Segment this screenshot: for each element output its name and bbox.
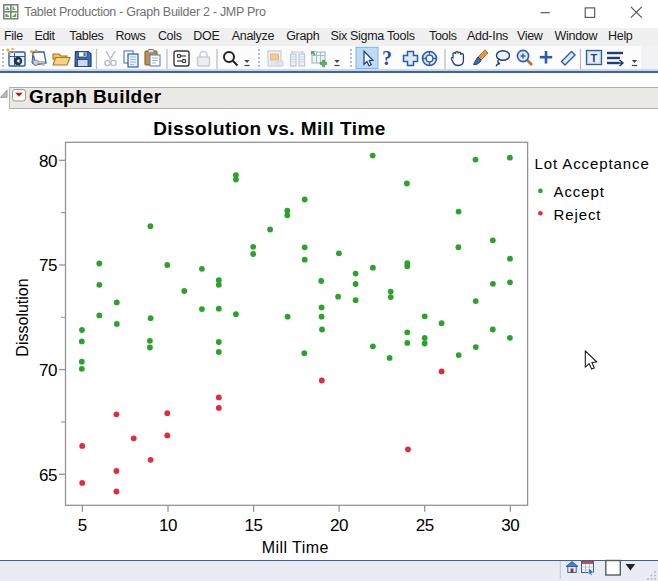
svg-text:5: 5 xyxy=(78,516,87,535)
svg-text:65: 65 xyxy=(39,466,57,485)
svg-text:70: 70 xyxy=(39,361,57,380)
svg-text:30: 30 xyxy=(501,516,519,535)
svg-text:?: ? xyxy=(382,47,392,69)
svg-text:Reject: Reject xyxy=(554,206,602,223)
svg-text:80: 80 xyxy=(39,152,57,171)
svg-text:75: 75 xyxy=(39,256,57,275)
svg-text:20: 20 xyxy=(330,516,348,535)
svg-text:Dissolution: Dissolution xyxy=(14,278,31,356)
svg-text:Accept: Accept xyxy=(554,183,605,200)
svg-text:25: 25 xyxy=(416,516,434,535)
svg-text:Mill Time: Mill Time xyxy=(262,539,329,556)
svg-text:Lot Acceptance: Lot Acceptance xyxy=(535,155,650,172)
svg-text:10: 10 xyxy=(159,516,177,535)
svg-text:15: 15 xyxy=(245,516,263,535)
svg-text:T: T xyxy=(590,52,597,64)
